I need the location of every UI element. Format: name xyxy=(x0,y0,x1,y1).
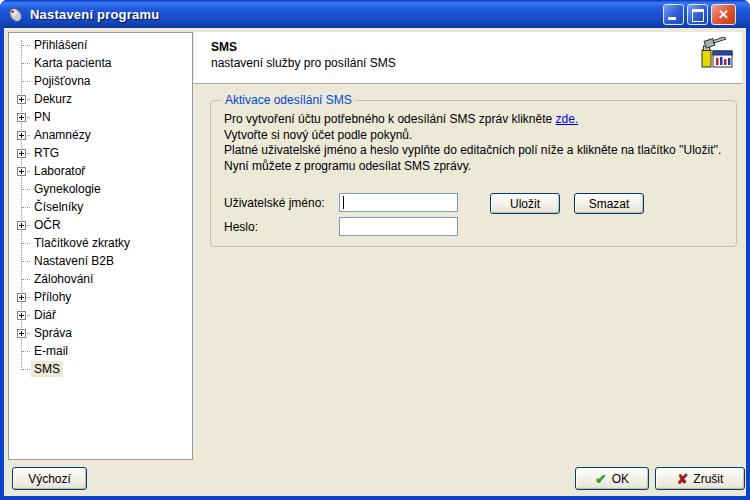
password-input[interactable] xyxy=(339,217,458,236)
sidebar-item-ciselniky[interactable]: Číselníky xyxy=(9,198,192,216)
maximize-button[interactable] xyxy=(687,4,708,25)
page-subtitle: nastavení služby pro posílání SMS xyxy=(211,56,396,70)
username-label: Uživatelské jméno: xyxy=(224,196,325,210)
tree-connector xyxy=(22,261,30,262)
sidebar-item-label[interactable]: Tlačítkové zkratky xyxy=(31,235,133,251)
sidebar-item-label[interactable]: Pojišťovna xyxy=(31,73,94,89)
dialog-body: PřihlášeníKarta pacientaPojišťovnaDekurz… xyxy=(4,28,746,496)
sidebar-item-label[interactable]: Přílohy xyxy=(31,289,74,305)
sidebar-item-zalohovani[interactable]: Zálohování xyxy=(9,270,192,288)
instruction-text: Vytvořte si nový účet podle pokynů. xyxy=(224,128,412,142)
sidebar-item-label[interactable]: Anamnézy xyxy=(31,127,94,143)
sidebar-item-anamnezy[interactable]: Anamnézy xyxy=(9,126,192,144)
save-button-label: Uložit xyxy=(510,197,540,211)
tree-connector xyxy=(22,279,30,280)
sidebar-item-label[interactable]: PN xyxy=(31,109,54,125)
instruction-text: Pro vytvoření účtu potřebného k odesílán… xyxy=(224,112,556,126)
username-input[interactable] xyxy=(339,193,458,212)
settings-tree: PřihlášeníKarta pacientaPojišťovnaDekurz… xyxy=(9,33,192,378)
cancel-button[interactable]: ✘ Zrušit xyxy=(655,467,745,490)
sidebar-item-dekurz[interactable]: Dekurz xyxy=(9,90,192,108)
tree-connector xyxy=(22,63,30,64)
sidebar-item-label[interactable]: Číselníky xyxy=(31,199,86,215)
sidebar-item-pojistovna[interactable]: Pojišťovna xyxy=(9,72,192,90)
x-icon: ✘ xyxy=(677,471,689,487)
password-label: Heslo: xyxy=(224,220,258,234)
instruction-line: Vytvořte si nový účet podle pokynů. xyxy=(224,128,721,144)
sidebar-item-gynekologie[interactable]: Gynekologie xyxy=(9,180,192,198)
sidebar-item-prilohy[interactable]: Přílohy xyxy=(9,288,192,306)
activation-groupbox: Aktivace odesílání SMS Pro vytvoření účt… xyxy=(210,100,737,247)
sidebar-item-laborator[interactable]: Laboratoř xyxy=(9,162,192,180)
close-button[interactable] xyxy=(711,4,736,25)
sidebar-item-sprava[interactable]: Správa xyxy=(9,324,192,342)
sidebar-item-label[interactable]: Diář xyxy=(31,307,59,323)
tools-icon xyxy=(698,37,734,71)
expand-plus-icon[interactable] xyxy=(17,221,26,230)
groupbox-title: Aktivace odesílání SMS xyxy=(221,93,356,107)
check-icon: ✔ xyxy=(595,471,607,487)
sidebar-item-label[interactable]: Správa xyxy=(31,325,75,341)
cancel-button-label: Zrušit xyxy=(693,472,723,486)
sidebar-item-label[interactable]: Karta pacienta xyxy=(31,55,114,71)
sidebar-item-label[interactable]: Přihlášení xyxy=(31,37,90,53)
instructions: Pro vytvoření účtu potřebného k odesílán… xyxy=(224,112,721,174)
sidebar-item-label[interactable]: Nastavení B2B xyxy=(31,253,117,269)
tree-connector xyxy=(22,369,30,370)
sidebar-item-sms[interactable]: SMS xyxy=(9,360,192,378)
sidebar-item-diar[interactable]: Diář xyxy=(9,306,192,324)
instruction-line: Pro vytvoření účtu potřebného k odesílán… xyxy=(224,112,721,128)
sidebar-item-prihlaseni[interactable]: Přihlášení xyxy=(9,36,192,54)
mouse-icon xyxy=(7,5,25,23)
sidebar-item-label[interactable]: Laboratoř xyxy=(31,163,88,179)
expand-plus-icon[interactable] xyxy=(17,329,26,338)
sidebar-item-label[interactable]: RTG xyxy=(31,145,62,161)
tree-connector xyxy=(22,351,30,352)
expand-plus-icon[interactable] xyxy=(17,113,26,122)
expand-plus-icon[interactable] xyxy=(17,131,26,140)
save-button[interactable]: Uložit xyxy=(490,193,560,214)
sidebar-item-tlacitkove-zkratky[interactable]: Tlačítkové zkratky xyxy=(9,234,192,252)
default-button[interactable]: Výchozí xyxy=(12,467,87,490)
sidebar-item-label[interactable]: E-mail xyxy=(31,343,71,359)
tree-connector xyxy=(22,189,30,190)
sidebar-item-nastaveni-b2b[interactable]: Nastavení B2B xyxy=(9,252,192,270)
settings-dialog: Nastavení programu PřihlášeníKarta pacie… xyxy=(0,0,750,500)
expand-plus-icon[interactable] xyxy=(17,293,26,302)
sidebar-item-label[interactable]: Zálohování xyxy=(31,271,96,287)
instruction-text: Platné uživatelské jméno a heslo vyplňte… xyxy=(224,143,721,157)
delete-button[interactable]: Smazat xyxy=(574,193,644,214)
expand-plus-icon[interactable] xyxy=(17,167,26,176)
tree-connector xyxy=(22,207,30,208)
instruction-line: Platné uživatelské jméno a heslo vyplňte… xyxy=(224,143,721,159)
ok-button[interactable]: ✔ OK xyxy=(575,467,649,490)
tree-connector xyxy=(22,45,30,46)
sidebar-item-label[interactable]: OČR xyxy=(31,217,64,233)
sidebar-item-rtg[interactable]: RTG xyxy=(9,144,192,162)
minimize-button[interactable] xyxy=(663,4,684,25)
settings-tree-panel: PřihlášeníKarta pacientaPojišťovnaDekurz… xyxy=(8,32,193,460)
instruction-text: Nyní můžete z programu odesílat SMS zprá… xyxy=(224,159,471,173)
text-caret xyxy=(343,196,344,209)
expand-plus-icon[interactable] xyxy=(17,311,26,320)
ok-button-label: OK xyxy=(612,472,629,486)
instruction-line: Nyní můžete z programu odesílat SMS zprá… xyxy=(224,159,721,175)
expand-plus-icon[interactable] xyxy=(17,95,26,104)
tree-connector xyxy=(22,81,30,82)
sidebar-item-e-mail[interactable]: E-mail xyxy=(9,342,192,360)
sidebar-item-karta-pacienta[interactable]: Karta pacienta xyxy=(9,54,192,72)
sidebar-item-label[interactable]: SMS xyxy=(31,361,63,377)
page-header: SMS nastavení služby pro posílání SMS xyxy=(194,32,742,84)
delete-button-label: Smazat xyxy=(589,197,630,211)
sidebar-item-ocr[interactable]: OČR xyxy=(9,216,192,234)
titlebar[interactable]: Nastavení programu xyxy=(0,0,750,28)
create-account-link[interactable]: zde. xyxy=(556,112,579,126)
tree-connector xyxy=(22,243,30,244)
sidebar-item-label[interactable]: Gynekologie xyxy=(31,181,104,197)
window-title: Nastavení programu xyxy=(30,7,159,22)
page-title: SMS xyxy=(211,40,237,54)
sidebar-item-label[interactable]: Dekurz xyxy=(31,91,75,107)
default-button-label: Výchozí xyxy=(28,472,71,486)
expand-plus-icon[interactable] xyxy=(17,149,26,158)
sidebar-item-pn[interactable]: PN xyxy=(9,108,192,126)
